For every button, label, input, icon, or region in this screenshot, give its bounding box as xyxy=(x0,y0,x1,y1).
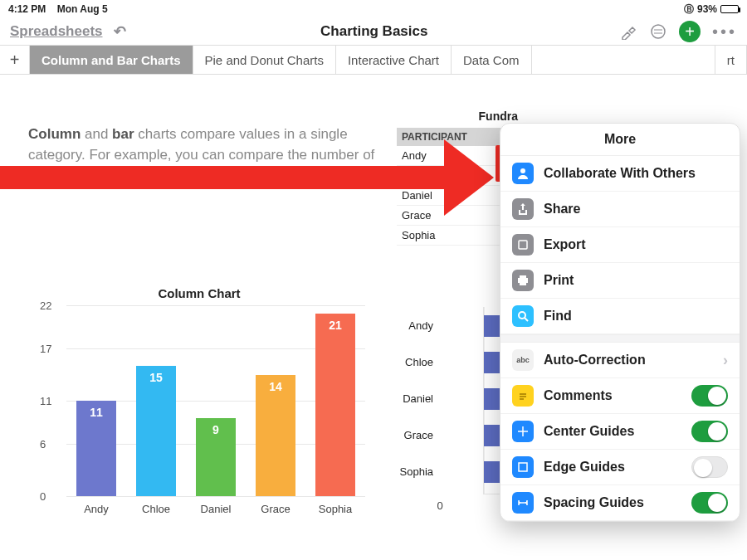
note-icon xyxy=(512,385,534,407)
popover-item-auto-correction[interactable]: abcAuto-Correction› xyxy=(500,343,740,378)
column-bar[interactable]: 15 xyxy=(136,366,176,496)
x-tick-label: Chloe xyxy=(136,503,176,515)
y-tick-label: Andy xyxy=(397,307,440,343)
svg-point-3 xyxy=(520,168,525,173)
y-tick-label: 6 xyxy=(40,438,46,450)
status-time: 4:12 PM xyxy=(8,3,46,15)
popover-item-export[interactable]: Export xyxy=(500,227,740,263)
tab-partial-rt[interactable]: rt xyxy=(715,46,747,74)
toggle-switch[interactable] xyxy=(691,456,728,478)
toggle-switch[interactable] xyxy=(691,385,728,407)
popover-item-label: Auto-Correction xyxy=(544,353,646,368)
svg-rect-6 xyxy=(518,278,528,283)
abc-icon: abc xyxy=(512,349,534,371)
tab-pie-donut[interactable]: Pie and Donut Charts xyxy=(193,46,336,74)
popover-title: More xyxy=(500,124,740,156)
svg-line-9 xyxy=(525,318,528,321)
more-button[interactable]: ••• xyxy=(712,22,737,41)
toggle-switch[interactable] xyxy=(691,421,728,442)
svg-point-0 xyxy=(652,25,665,38)
column-bar[interactable]: 11 xyxy=(76,401,116,496)
status-date: Mon Aug 5 xyxy=(57,3,108,15)
tab-column-bar[interactable]: Column and Bar Charts xyxy=(30,46,193,74)
tab-data-comparison[interactable]: Data Com xyxy=(452,46,532,74)
description-text: Column and bar charts compare values in … xyxy=(28,124,393,186)
y-tick-label: Daniel xyxy=(397,380,440,416)
bar-value-label: 11 xyxy=(90,406,103,419)
y-tick-label: 11 xyxy=(40,395,51,407)
svg-rect-7 xyxy=(520,283,526,285)
spacing-icon xyxy=(512,492,534,514)
bar-value-label: 21 xyxy=(329,319,342,332)
popover-item-label: Edge Guides xyxy=(544,460,625,475)
popover-item-label: Find xyxy=(544,309,572,324)
svg-point-8 xyxy=(519,312,525,319)
popover-item-label: Export xyxy=(544,237,586,252)
chevron-right-icon: › xyxy=(723,352,728,369)
person-icon xyxy=(512,163,534,184)
column-bar[interactable]: 14 xyxy=(256,375,295,496)
popover-item-edge-guides[interactable]: Edge Guides xyxy=(500,450,740,485)
column-bar[interactable]: 9 xyxy=(196,418,236,496)
column-chart-title: Column Chart xyxy=(33,286,365,300)
popover-item-label: Collaborate With Others xyxy=(544,166,696,181)
popover-item-label: Spacing Guides xyxy=(544,495,644,510)
y-tick-label: 22 xyxy=(40,299,51,312)
svg-rect-4 xyxy=(519,241,527,249)
x-tick-label: Andy xyxy=(76,503,116,515)
popover-item-center-guides[interactable]: Center Guides xyxy=(500,414,740,450)
center-icon xyxy=(512,421,534,442)
popover-item-comments[interactable]: Comments xyxy=(500,378,740,414)
toggle-switch[interactable] xyxy=(691,492,728,514)
column-bar[interactable]: 21 xyxy=(315,314,355,496)
popover-item-label: Comments xyxy=(544,388,613,403)
x-tick-label: 0 xyxy=(437,499,442,512)
svg-rect-17 xyxy=(519,463,527,471)
svg-rect-5 xyxy=(520,275,526,278)
popover-item-print[interactable]: Print xyxy=(500,263,740,299)
y-tick-label: Sophia xyxy=(397,453,440,489)
print-icon xyxy=(512,270,534,291)
battery-percent: 93% xyxy=(697,3,717,15)
x-tick-label: Grace xyxy=(256,503,295,515)
popover-item-label: Center Guides xyxy=(544,424,634,439)
add-button[interactable]: + xyxy=(679,21,701,42)
popover-item-label: Share xyxy=(544,202,580,217)
bluetooth-icon: Ⓑ xyxy=(684,2,694,17)
bar-value-label: 14 xyxy=(269,380,282,393)
popover-item-label: Print xyxy=(544,273,574,288)
document-title: Charting Basics xyxy=(138,23,611,40)
edge-icon xyxy=(512,456,534,478)
undo-icon[interactable]: ↶ xyxy=(111,22,129,41)
sheet-content: Column and bar charts compare values in … xyxy=(0,75,747,560)
popover-item-share[interactable]: Share xyxy=(500,192,740,227)
column-chart[interactable]: Column Chart 06111722111591421 AndyChloe… xyxy=(33,286,365,552)
popover-item-collaborate-with-others[interactable]: Collaborate With Others xyxy=(500,156,740,192)
y-tick-label: 0 xyxy=(40,490,46,503)
x-tick-label: Sophia xyxy=(315,503,355,515)
x-tick-label: Daniel xyxy=(196,503,236,515)
popover-item-find[interactable]: Find xyxy=(500,299,740,334)
export-icon xyxy=(512,234,534,256)
top-toolbar: Spreadsheets ↶ Charting Basics + ••• xyxy=(0,18,747,45)
options-circle-icon[interactable] xyxy=(649,22,667,41)
status-bar: 4:12 PM Mon Aug 5 Ⓑ 93% xyxy=(0,0,747,18)
popover-item-spacing-guides[interactable]: Spacing Guides xyxy=(500,485,740,521)
sheet-tab-strip: + Column and Bar Charts Pie and Donut Ch… xyxy=(0,45,747,75)
y-tick-label: 17 xyxy=(40,343,51,355)
share-icon xyxy=(512,198,534,220)
paintbrush-icon[interactable] xyxy=(619,22,637,41)
tab-interactive[interactable]: Interactive Chart xyxy=(336,46,452,74)
battery-icon xyxy=(720,5,739,13)
back-to-spreadsheets-button[interactable]: Spreadsheets xyxy=(10,23,103,40)
add-sheet-button[interactable]: + xyxy=(0,46,30,74)
more-popover: More Collaborate With OthersShareExportP… xyxy=(500,123,740,522)
find-icon xyxy=(512,305,534,327)
bar-value-label: 9 xyxy=(212,423,219,436)
y-tick-label: Grace xyxy=(397,416,440,453)
y-tick-label: Chloe xyxy=(397,343,440,380)
bar-value-label: 15 xyxy=(149,371,163,384)
